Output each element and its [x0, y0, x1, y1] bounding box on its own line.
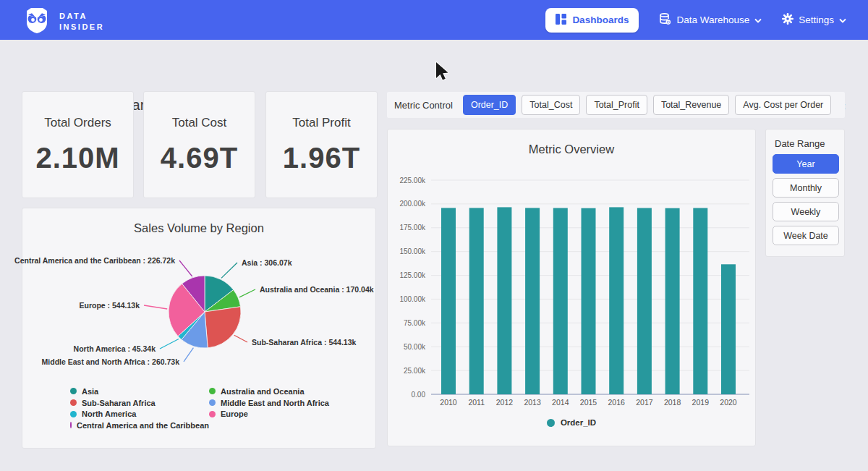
- pie-label-connector: [179, 260, 192, 276]
- bar-2019[interactable]: [693, 208, 707, 395]
- nav-dashboards-button[interactable]: Dashboards: [545, 8, 639, 33]
- bar-legend-label: Order_ID: [561, 418, 596, 427]
- y-axis-tick: 150.00k: [399, 247, 426, 255]
- pie-legend-item-middle-east-and-north-africa[interactable]: Middle East and North Africa: [209, 397, 329, 409]
- bar-2017[interactable]: [637, 208, 652, 395]
- pie-slice-label: Asia : 306.07k: [242, 258, 292, 267]
- bar-2014[interactable]: [553, 208, 568, 395]
- bar-2013[interactable]: [525, 208, 540, 394]
- owl-logo-icon: [22, 5, 52, 38]
- pie-slice-label: Australia and Oceania : 170.04k: [260, 285, 374, 294]
- y-axis-tick: 125.00k: [399, 271, 426, 279]
- bar-2016[interactable]: [609, 207, 624, 394]
- dashboards-icon: [556, 14, 566, 27]
- metric-chip-total-cost[interactable]: Total_Cost: [522, 95, 580, 115]
- settings-gear-icon: [782, 13, 793, 27]
- bar-2011[interactable]: [469, 208, 484, 394]
- pie-legend-item-europe[interactable]: Europe: [209, 408, 329, 420]
- kpi-value: 1.96T: [283, 142, 360, 174]
- legend-label: Australia and Oceania: [221, 387, 305, 396]
- pie-label-connector: [234, 335, 247, 342]
- brand-text: DATA INSIDER: [59, 11, 104, 33]
- legend-dot: [209, 411, 216, 417]
- date-range-monthly-button[interactable]: Monthly: [773, 178, 839, 198]
- date-range-label: Date Range: [775, 138, 825, 149]
- x-axis-tick: 2015: [580, 398, 597, 407]
- x-axis-tick: 2018: [664, 398, 681, 407]
- bar-2015[interactable]: [582, 208, 596, 394]
- metric-chip-avg-cost-per-order[interactable]: Avg. Cost per Order: [735, 95, 831, 115]
- legend-dot: [70, 399, 77, 406]
- bar-2020[interactable]: [721, 264, 736, 394]
- nav-settings-button[interactable]: Settings: [782, 13, 846, 27]
- date-range-year-button[interactable]: Year: [773, 154, 839, 174]
- kpi-label: Total Profit: [292, 116, 350, 130]
- bar-2012[interactable]: [497, 207, 511, 394]
- bar-legend: Order_ID: [388, 418, 755, 427]
- legend-dot: [209, 388, 216, 394]
- top-navbar: DATA INSIDER Dashboards: [0, 0, 868, 40]
- legend-dot: [209, 399, 216, 406]
- sales-dashboard-app: DATA INSIDER Dashboards: [0, 0, 868, 471]
- pie-chart: Asia : 306.07kAustralia and Oceania : 17…: [22, 243, 375, 386]
- date-range-week-date-button[interactable]: Week Date: [773, 226, 839, 245]
- kpi-label: Total Orders: [44, 116, 111, 130]
- metric-chip-total-revenue[interactable]: Total_Revenue: [653, 95, 729, 115]
- pie-slice-label: Central America and the Caribbean : 226.…: [14, 256, 175, 265]
- date-range-weekly-button[interactable]: Weekly: [773, 202, 839, 221]
- pie-legend-item-central-america-and-the-caribbean[interactable]: Central America and the Caribbean: [70, 420, 209, 431]
- pie-label-connector: [160, 339, 179, 349]
- kpi-card-total-orders: Total Orders 2.10M: [22, 91, 134, 198]
- chevron-down-icon: [754, 14, 762, 25]
- legend-dot: [70, 422, 72, 428]
- legend-label: Europe: [221, 410, 248, 418]
- pie-legend-item-sub-saharan-africa[interactable]: Sub-Saharan Africa: [70, 397, 209, 409]
- pie-legend-item-north-america[interactable]: North America: [70, 408, 209, 420]
- y-axis-tick: 50.00k: [404, 343, 426, 351]
- sales-volume-by-region-panel: Sales Volume by Region Asia : 306.07kAus…: [22, 208, 376, 449]
- page-header: Sales Dashboard Add Filter Boost: Off: [0, 40, 868, 87]
- kpi-value: 4.69T: [161, 142, 238, 174]
- metric-chip-total-profit[interactable]: Total_Profit: [586, 95, 647, 115]
- y-axis-tick: 75.00k: [404, 319, 426, 327]
- kpi-card-total-cost: Total Cost 4.69T: [143, 91, 255, 198]
- pie-slice-label: North America : 45.34k: [74, 344, 156, 353]
- pie-chart-title: Sales Volume by Region: [22, 208, 375, 235]
- x-axis-tick: 2017: [636, 398, 653, 407]
- legend-dot: [70, 388, 77, 394]
- legend-label: Middle East and North Africa: [221, 399, 329, 407]
- y-axis-tick: 200.00k: [399, 200, 426, 208]
- metric-control-label: Metric Control: [394, 100, 453, 111]
- pie-legend-item-asia[interactable]: Asia: [70, 386, 209, 397]
- nav-data-warehouse-button[interactable]: Data Warehouse: [659, 13, 762, 27]
- kpi-label: Total Cost: [172, 116, 227, 130]
- navbar-menu: Dashboards Data Warehouse: [545, 0, 846, 40]
- pie-legend: AsiaSub-Saharan AfricaNorth AmericaCentr…: [70, 386, 329, 431]
- pie-slice-sub-saharan-africa[interactable]: [205, 307, 241, 348]
- bar-2010[interactable]: [441, 208, 456, 394]
- pie-label-connector: [184, 348, 193, 362]
- y-axis-tick: 100.00k: [399, 295, 426, 303]
- pie-legend-column-1: AsiaSub-Saharan AfricaNorth AmericaCentr…: [70, 386, 209, 431]
- brand[interactable]: DATA INSIDER: [22, 5, 104, 38]
- legend-label: Asia: [82, 387, 98, 396]
- x-axis-tick: 2016: [608, 398, 626, 407]
- legend-dot: [70, 411, 77, 417]
- legend-label: Central America and the Caribbean: [77, 421, 209, 430]
- metric-chip-order-id[interactable]: Order_ID: [463, 95, 516, 115]
- pie-legend-column-2: Australia and OceaniaMiddle East and Nor…: [209, 386, 329, 431]
- y-axis-tick: 0.00: [412, 391, 426, 399]
- legend-label: North America: [82, 410, 136, 418]
- bar-legend-dot: [547, 419, 555, 427]
- pie-label-connector: [144, 305, 167, 309]
- pie-slice-label: Middle East and North Africa : 260.73k: [42, 357, 180, 366]
- bar-chart: 0.0025.00k50.00k75.00k100.00k125.00k150.…: [388, 130, 755, 413]
- pie-legend-item-australia-and-oceania[interactable]: Australia and Oceania: [209, 386, 329, 397]
- legend-label: Sub-Saharan Africa: [82, 399, 156, 407]
- y-axis-tick: 225.00k: [399, 177, 426, 184]
- date-range-panel: Date Range Year Monthly Weekly Week Date: [765, 129, 845, 257]
- metric-overview-panel: Metric Overview 0.0025.00k50.00k75.00k10…: [387, 129, 756, 446]
- chevron-down-icon: [839, 14, 846, 25]
- bar-2018[interactable]: [665, 208, 680, 394]
- x-axis-tick: 2019: [692, 398, 710, 407]
